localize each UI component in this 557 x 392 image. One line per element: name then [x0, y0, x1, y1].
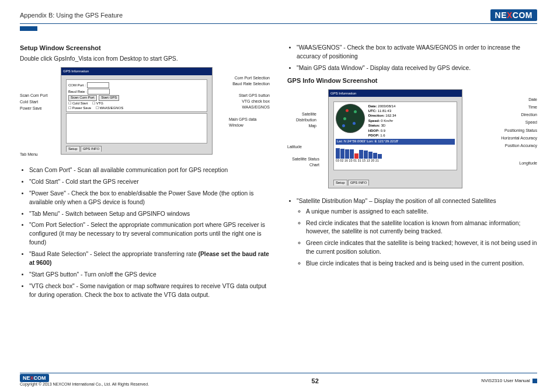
ann-com-port-sel: Com Port Selection — [235, 75, 270, 81]
list-item: Blue circle indicates that is being trac… — [306, 260, 537, 268]
gpsinfo-screenshot: GPS Information Date: 2003/08/ — [328, 89, 462, 188]
tab-setup[interactable]: Setup — [66, 146, 80, 152]
com-select[interactable] — [87, 82, 109, 88]
setup-window-title: GPS Information — [61, 68, 212, 75]
ann-latitude: Latitude — [287, 144, 302, 150]
list-item: "Cold Start" - Cold start the GPS receiv… — [29, 178, 270, 187]
right-column: "WAAS/EGNOS" - Check the box to activate… — [287, 40, 537, 303]
setup-screenshot: GPS Information COM Port : Baud Rate : S… — [61, 67, 213, 155]
corner-accent-icon — [532, 379, 537, 383]
nexcom-logo: NEXCOM — [490, 9, 537, 21]
cold-start-checkbox[interactable]: ☐ Cold Start — [68, 102, 88, 105]
ann-h-accuracy: Horizontal Accuracy — [501, 135, 537, 141]
scan-com-port-button[interactable]: Scan Com Port — [68, 95, 97, 101]
ann-waas-egnos: WAAS/EGNOS — [242, 104, 270, 110]
ann-vtg-check: VTG check box — [242, 99, 270, 104]
list-item: "Main GPS data Window" - Display data re… — [297, 64, 537, 73]
lat-lon-readout: Lat: N 24°59.0063' Lon: E 121°29.2218' — [336, 139, 455, 145]
setup-subtitle: Double click GpsInfo_Vista icon from Des… — [20, 55, 270, 64]
right-top-bullets: "WAAS/EGNOS" - Check the box to activate… — [287, 44, 537, 73]
list-item: "Satellite Distribution Map" – Display t… — [297, 197, 537, 268]
tab-setup-2[interactable]: Setup — [333, 180, 347, 186]
ann-direction: Direction — [521, 112, 537, 118]
gpsinfo-title: GPS Info Window Screenshot — [287, 76, 537, 86]
ann-speed: Speed — [525, 120, 537, 125]
list-item: Scan Com Port" - Scan all available comm… — [29, 166, 270, 175]
page-footer: NEXCOM Copyright © 2013 NEXCOM Internati… — [20, 373, 537, 386]
manual-name: NViS2310 User Manual — [481, 378, 530, 383]
list-item: A unique number is assigned to each sate… — [306, 208, 537, 216]
baud-label: Baud Rate : — [68, 89, 87, 93]
start-gps-button[interactable]: Start GPS — [99, 95, 119, 101]
footer-logo: NEXCOM — [20, 374, 49, 382]
gpsinfo-main-bullets: "Satellite Distribution Map" – Display t… — [287, 197, 537, 268]
setup-screenshot-wrap: Scan Com Port Cold Start Power Save Tab … — [20, 67, 270, 160]
ann-start-gps-btn: Start GPS button — [239, 93, 270, 99]
setup-bullets: Scan Com Port" - Scan all available comm… — [20, 166, 270, 300]
copyright: Copyright © 2013 NEXCOM International Co… — [20, 382, 149, 386]
satellite-distribution-map — [336, 104, 365, 133]
ann-longitude: Longitude — [519, 160, 537, 166]
ann-sat-map: Satellite Distribution Map — [287, 111, 316, 129]
ann-sat-chart: Satellite Status Chart — [287, 156, 319, 168]
list-item: "Baud Rate Selection" - Select the appro… — [29, 250, 270, 268]
ann-baud-rate-sel: Baud Rate Selection — [232, 81, 270, 87]
list-item: "VTG check box" - Some navigation or map… — [29, 282, 270, 300]
gps-info-text: Date: 2003/08/14 UTC: 11:81:43 Direction… — [368, 104, 396, 138]
main-gps-data-window — [66, 113, 207, 144]
ann-power-save: Power Save — [20, 106, 42, 111]
tab-gpsinfo-2[interactable]: GPS INFO — [348, 180, 370, 186]
vtg-checkbox[interactable]: ☐ VTG — [92, 102, 103, 105]
ann-cold-start: Cold Start — [20, 99, 38, 105]
ann-pos-status: Positioning Status — [504, 128, 537, 134]
ann-scan-com-port: Scan Com Port — [20, 93, 47, 99]
waas-egnos-checkbox[interactable]: ☐ WAAS/EGNOS — [96, 106, 123, 110]
power-save-checkbox[interactable]: ☐ Power Save — [68, 106, 91, 110]
list-item: "Start GPS button" - Turn on/off the GPS… — [29, 271, 270, 279]
gpsinfo-screenshot-wrap: Satellite Distribution Map Latitude Sate… — [287, 89, 537, 191]
ann-main-gps-window: Main GPS data Window — [229, 117, 270, 128]
list-item: "Com Port Selection" - Select the approp… — [29, 221, 270, 247]
gpsinfo-window-title: GPS Information — [329, 90, 462, 97]
satellite-status-chart — [336, 147, 455, 159]
appendix-title: Appendix B: Using the GPS Feature — [20, 12, 123, 19]
list-item: Green circle indicates that the satellit… — [306, 239, 537, 257]
list-item: Red circle indicates that the satellite … — [306, 219, 537, 237]
baud-select[interactable] — [88, 89, 110, 94]
ann-date: Date — [528, 97, 537, 103]
list-item: "WAAS/EGNOS" - Check the box to activate… — [297, 44, 537, 61]
gpsinfo-sub-bullets: A unique number is assigned to each sate… — [297, 208, 537, 269]
ann-tab-menu: Tab Menu — [20, 152, 38, 158]
ann-p-accuracy: Position Accuracy — [505, 143, 537, 149]
com-label: COM Port : — [68, 83, 86, 86]
page-header: Appendix B: Using the GPS Feature NEXCOM — [20, 9, 537, 24]
page-number: 52 — [312, 377, 319, 384]
ann-time: Time — [528, 104, 537, 110]
tab-gpsinfo[interactable]: GPS INFO — [81, 146, 102, 152]
accent-bar — [20, 26, 37, 31]
list-item: "Tab Menu" - Switch between Setup and GP… — [29, 210, 270, 219]
setup-title: Setup Window Screenshot — [20, 44, 270, 53]
bar-labels: 03 02 16 23 01 31 15 13 20 21 — [336, 159, 455, 163]
list-item: "Power Save" - Check the box to enable/d… — [29, 190, 270, 207]
left-column: Setup Window Screenshot Double click Gps… — [20, 40, 270, 303]
